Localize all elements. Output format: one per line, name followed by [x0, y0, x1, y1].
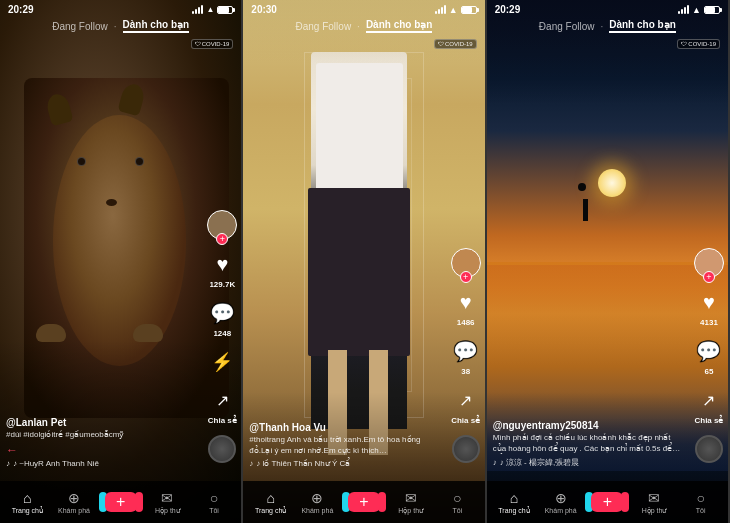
share-icon-1: ↗: [208, 386, 236, 414]
wifi-icon-2: ▲: [449, 5, 458, 15]
nav-add-3[interactable]: +: [584, 492, 631, 512]
inbox-icon-2: ✉: [405, 490, 417, 506]
home-icon-3: ⌂: [510, 490, 518, 506]
nav-explore-3[interactable]: ⊕ Khám phá: [537, 490, 584, 514]
nav-profile-2[interactable]: ○ Tôi: [434, 490, 481, 514]
nav-inbox-3[interactable]: ✉ Hộp thư: [631, 490, 678, 515]
comment-action-1[interactable]: 💬 1248: [208, 299, 236, 338]
status-bar-3: 20:29 ▲: [487, 0, 728, 17]
comment-count-3: 65: [705, 367, 714, 376]
right-actions-2: + ♥ 1486 💬 38 ↗ Chia sẻ: [451, 248, 481, 463]
avatar-2[interactable]: +: [451, 248, 481, 278]
nav-explore-2[interactable]: ⊕ Khám phá: [294, 490, 341, 514]
nav-profile-1[interactable]: ○ Tôi: [191, 490, 238, 514]
status-bar-1: 20:29 ▲: [0, 0, 241, 17]
bar3: [198, 7, 200, 14]
time-1: 20:29: [8, 4, 34, 15]
comment-icon-1: 💬: [208, 299, 236, 327]
arrow-icon-1: ←: [6, 443, 197, 457]
battery-3: [704, 6, 720, 14]
caption-3: Mình phải đợi cả chiều lúc khoảnh khắc đ…: [493, 433, 684, 454]
share-action-3[interactable]: ↗ Chia sẻ: [694, 386, 723, 425]
nav-foryou-2[interactable]: Dành cho bạn: [366, 19, 433, 33]
add-btn-1[interactable]: +: [105, 492, 137, 512]
vinyl-action-1: [208, 435, 236, 463]
nav-foryou-1[interactable]: Dành cho bạn: [123, 19, 190, 33]
nav-inbox-1[interactable]: ✉ Hộp thư: [144, 490, 191, 515]
comment-action-2[interactable]: 💬 38: [452, 337, 480, 376]
avatar-1[interactable]: +: [207, 210, 237, 240]
add-btn-3[interactable]: +: [591, 492, 623, 512]
vinyl-action-3: [695, 435, 723, 463]
follow-plus-2[interactable]: +: [460, 271, 472, 283]
shield-icon-2: 🛡: [438, 41, 444, 47]
follow-plus-3[interactable]: +: [703, 271, 715, 283]
signal-bars-1: [192, 5, 203, 14]
username-1[interactable]: @Lanlan Pet: [6, 417, 197, 428]
nav-follow-2[interactable]: Đang Follow: [296, 21, 352, 32]
vinyl-action-2: [452, 435, 480, 463]
follow-plus-1[interactable]: +: [216, 233, 228, 245]
like-action-3[interactable]: ♥ 4131: [695, 288, 723, 327]
like-action-2[interactable]: ♥ 1486: [452, 288, 480, 327]
wifi-icon-3: ▲: [692, 5, 701, 15]
add-btn-2[interactable]: +: [348, 492, 380, 512]
username-2[interactable]: @Thanh Hoa Vu: [249, 422, 440, 433]
status-bar-2: 20:30 ▲: [243, 0, 484, 17]
music-note-3: ♪: [493, 458, 497, 467]
music-text-3: ♪ 涼涼 - 楊宗緯,張碧晨: [500, 457, 580, 468]
music-text-1: ♪ ~HuyR Anh Thanh Niê: [13, 459, 99, 468]
caption-2: #thoitrang Anh và bầu trời xanh.Em tô ho…: [249, 435, 440, 456]
panel-2-overlay: 20:30 ▲ Đang Follow · Dành cho bạn 🛡 COV…: [243, 0, 484, 523]
signal-bars-2: [435, 5, 446, 14]
nav-profile-3[interactable]: ○ Tôi: [677, 490, 724, 514]
covid-badge-2: 🛡 COVID-19: [434, 39, 477, 49]
status-icons-1: ▲: [192, 5, 233, 14]
vinyl-icon-3: [695, 435, 723, 463]
nav-follow-1[interactable]: Đang Follow: [52, 21, 108, 32]
inbox-icon-1: ✉: [161, 490, 173, 506]
nav-add-1[interactable]: +: [97, 492, 144, 512]
nav-divider-1: ·: [114, 21, 117, 32]
heart-icon-2: ♥: [452, 288, 480, 316]
nav-follow-3[interactable]: Đang Follow: [539, 21, 595, 32]
right-actions-3: + ♥ 4131 💬 65 ↗ Chia sẻ: [694, 248, 724, 463]
bottom-nav-1: ⌂ Trang chủ ⊕ Khám phá + ✉ Hộp thư ○ Tôi: [0, 481, 241, 523]
avatar-3[interactable]: +: [694, 248, 724, 278]
nav-divider-2: ·: [357, 21, 360, 32]
share-icon-2: ↗: [452, 386, 480, 414]
nav-inbox-2[interactable]: ✉ Hộp thư: [387, 490, 434, 515]
bottom-nav-3: ⌂ Trang chủ ⊕ Khám phá + ✉ Hộp thư ○ Tôi: [487, 481, 728, 523]
share-action-1[interactable]: ↗ Chia sẻ: [208, 386, 237, 425]
explore-icon-1: ⊕: [68, 490, 80, 506]
caption-1: #dúi #idolgiỏitrẻ #gấumeobắcmỹ: [6, 430, 197, 440]
vinyl-icon-1: [208, 435, 236, 463]
bar4: [201, 5, 203, 14]
profile-icon-2: ○: [453, 490, 461, 506]
shield-icon-3: 🛡: [681, 41, 687, 47]
nav-foryou-3[interactable]: Dành cho bạn: [609, 19, 676, 33]
bottom-info-1: @Lanlan Pet #dúi #idolgiỏitrẻ #gấumeobắc…: [6, 417, 197, 468]
music-row-3: ♪ ♪ 涼涼 - 楊宗緯,張碧晨: [493, 457, 684, 468]
main-content-3: + ♥ 4131 💬 65 ↗ Chia sẻ: [487, 35, 728, 523]
main-content-1: + ♥ 129.7K 💬 1248 ⚡ ↗ Chia sẻ: [0, 35, 241, 523]
heart-icon-3: ♥: [695, 288, 723, 316]
home-icon-1: ⌂: [23, 490, 31, 506]
main-content-2: + ♥ 1486 💬 38 ↗ Chia sẻ: [243, 35, 484, 523]
nav-add-2[interactable]: +: [341, 492, 388, 512]
username-3[interactable]: @nguyentramy250814: [493, 420, 684, 431]
nav-explore-1[interactable]: ⊕ Khám phá: [51, 490, 98, 514]
like-action-1[interactable]: ♥ 129.7K: [208, 250, 236, 289]
status-icons-2: ▲: [435, 5, 477, 15]
comment-action-3[interactable]: 💬 65: [695, 337, 723, 376]
nav-home-2[interactable]: ⌂ Trang chủ: [247, 490, 294, 515]
bar1: [192, 11, 194, 14]
profile-icon-1: ○: [210, 490, 218, 506]
top-nav-3: Đang Follow · Dành cho bạn 🛡 COVID-19: [487, 17, 728, 35]
nav-home-1[interactable]: ⌂ Trang chủ: [4, 490, 51, 515]
share-action-2[interactable]: ↗ Chia sẻ: [451, 386, 480, 425]
messenger-action-1[interactable]: ⚡: [208, 348, 236, 376]
covid-badge-1: 🛡 COVID-19: [191, 39, 234, 49]
nav-home-3[interactable]: ⌂ Trang chủ: [491, 490, 538, 515]
bottom-info-2: @Thanh Hoa Vu #thoitrang Anh và bầu trời…: [249, 422, 440, 468]
